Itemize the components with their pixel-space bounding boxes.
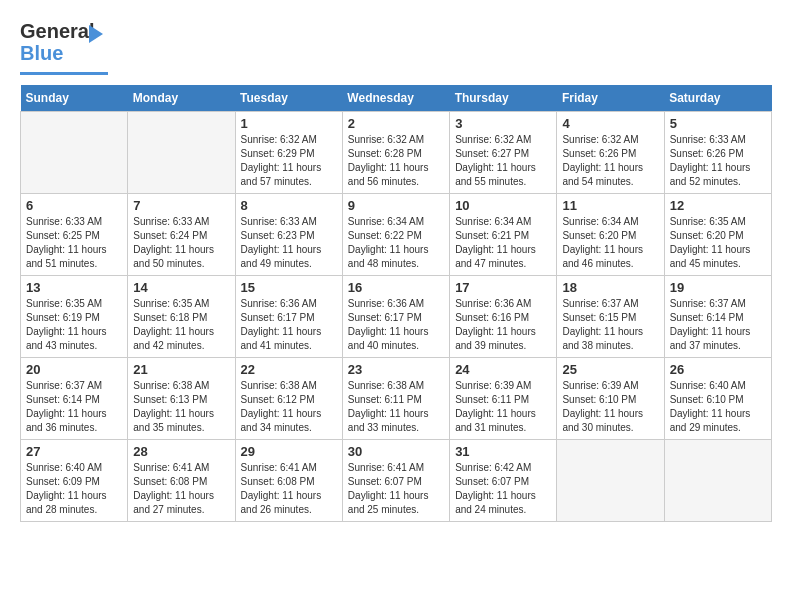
calendar-cell: 22Sunrise: 6:38 AMSunset: 6:12 PMDayligh… [235,358,342,440]
calendar-week-row: 27Sunrise: 6:40 AMSunset: 6:09 PMDayligh… [21,440,772,522]
day-detail: Sunrise: 6:32 AMSunset: 6:27 PMDaylight:… [455,133,551,189]
day-detail: Sunrise: 6:37 AMSunset: 6:14 PMDaylight:… [26,379,122,435]
day-detail: Sunrise: 6:41 AMSunset: 6:08 PMDaylight:… [133,461,229,517]
calendar-cell [664,440,771,522]
calendar-week-row: 20Sunrise: 6:37 AMSunset: 6:14 PMDayligh… [21,358,772,440]
day-detail: Sunrise: 6:36 AMSunset: 6:17 PMDaylight:… [241,297,337,353]
day-detail: Sunrise: 6:41 AMSunset: 6:08 PMDaylight:… [241,461,337,517]
day-detail: Sunrise: 6:35 AMSunset: 6:20 PMDaylight:… [670,215,766,271]
weekday-header-tuesday: Tuesday [235,85,342,112]
day-detail: Sunrise: 6:39 AMSunset: 6:10 PMDaylight:… [562,379,658,435]
day-number: 3 [455,116,551,131]
weekday-header-wednesday: Wednesday [342,85,449,112]
calendar-cell: 30Sunrise: 6:41 AMSunset: 6:07 PMDayligh… [342,440,449,522]
calendar-table: SundayMondayTuesdayWednesdayThursdayFrid… [20,85,772,522]
day-detail: Sunrise: 6:32 AMSunset: 6:29 PMDaylight:… [241,133,337,189]
day-number: 9 [348,198,444,213]
day-detail: Sunrise: 6:40 AMSunset: 6:09 PMDaylight:… [26,461,122,517]
calendar-cell: 11Sunrise: 6:34 AMSunset: 6:20 PMDayligh… [557,194,664,276]
calendar-cell: 20Sunrise: 6:37 AMSunset: 6:14 PMDayligh… [21,358,128,440]
calendar-cell: 5Sunrise: 6:33 AMSunset: 6:26 PMDaylight… [664,112,771,194]
day-number: 31 [455,444,551,459]
calendar-cell: 31Sunrise: 6:42 AMSunset: 6:07 PMDayligh… [450,440,557,522]
day-number: 14 [133,280,229,295]
weekday-header-saturday: Saturday [664,85,771,112]
calendar-cell: 7Sunrise: 6:33 AMSunset: 6:24 PMDaylight… [128,194,235,276]
day-detail: Sunrise: 6:38 AMSunset: 6:12 PMDaylight:… [241,379,337,435]
day-detail: Sunrise: 6:33 AMSunset: 6:23 PMDaylight:… [241,215,337,271]
day-detail: Sunrise: 6:34 AMSunset: 6:22 PMDaylight:… [348,215,444,271]
logo-arrow-icon [89,25,103,43]
day-number: 10 [455,198,551,213]
day-number: 27 [26,444,122,459]
logo: General Blue [20,20,110,75]
calendar-cell: 9Sunrise: 6:34 AMSunset: 6:22 PMDaylight… [342,194,449,276]
day-detail: Sunrise: 6:36 AMSunset: 6:17 PMDaylight:… [348,297,444,353]
calendar-cell [128,112,235,194]
logo-general-text: General [20,20,94,43]
day-number: 24 [455,362,551,377]
calendar-cell: 2Sunrise: 6:32 AMSunset: 6:28 PMDaylight… [342,112,449,194]
day-detail: Sunrise: 6:35 AMSunset: 6:18 PMDaylight:… [133,297,229,353]
day-number: 29 [241,444,337,459]
day-number: 8 [241,198,337,213]
day-number: 23 [348,362,444,377]
calendar-week-row: 6Sunrise: 6:33 AMSunset: 6:25 PMDaylight… [21,194,772,276]
calendar-cell: 21Sunrise: 6:38 AMSunset: 6:13 PMDayligh… [128,358,235,440]
day-number: 30 [348,444,444,459]
calendar-cell: 13Sunrise: 6:35 AMSunset: 6:19 PMDayligh… [21,276,128,358]
calendar-cell: 18Sunrise: 6:37 AMSunset: 6:15 PMDayligh… [557,276,664,358]
day-detail: Sunrise: 6:38 AMSunset: 6:11 PMDaylight:… [348,379,444,435]
day-detail: Sunrise: 6:34 AMSunset: 6:21 PMDaylight:… [455,215,551,271]
calendar-cell: 1Sunrise: 6:32 AMSunset: 6:29 PMDaylight… [235,112,342,194]
day-detail: Sunrise: 6:38 AMSunset: 6:13 PMDaylight:… [133,379,229,435]
day-number: 25 [562,362,658,377]
day-number: 13 [26,280,122,295]
day-detail: Sunrise: 6:33 AMSunset: 6:25 PMDaylight:… [26,215,122,271]
day-number: 18 [562,280,658,295]
calendar-cell: 14Sunrise: 6:35 AMSunset: 6:18 PMDayligh… [128,276,235,358]
calendar-cell: 29Sunrise: 6:41 AMSunset: 6:08 PMDayligh… [235,440,342,522]
day-number: 1 [241,116,337,131]
calendar-cell: 12Sunrise: 6:35 AMSunset: 6:20 PMDayligh… [664,194,771,276]
day-number: 28 [133,444,229,459]
calendar-cell: 15Sunrise: 6:36 AMSunset: 6:17 PMDayligh… [235,276,342,358]
calendar-cell [21,112,128,194]
day-number: 20 [26,362,122,377]
day-number: 16 [348,280,444,295]
day-detail: Sunrise: 6:36 AMSunset: 6:16 PMDaylight:… [455,297,551,353]
day-number: 22 [241,362,337,377]
weekday-header-sunday: Sunday [21,85,128,112]
calendar-body: 1Sunrise: 6:32 AMSunset: 6:29 PMDaylight… [21,112,772,522]
day-number: 5 [670,116,766,131]
day-detail: Sunrise: 6:37 AMSunset: 6:14 PMDaylight:… [670,297,766,353]
day-number: 6 [26,198,122,213]
page-header: General Blue [20,20,772,75]
day-number: 26 [670,362,766,377]
calendar-week-row: 1Sunrise: 6:32 AMSunset: 6:29 PMDaylight… [21,112,772,194]
calendar-cell: 25Sunrise: 6:39 AMSunset: 6:10 PMDayligh… [557,358,664,440]
calendar-cell: 26Sunrise: 6:40 AMSunset: 6:10 PMDayligh… [664,358,771,440]
day-detail: Sunrise: 6:32 AMSunset: 6:28 PMDaylight:… [348,133,444,189]
calendar-cell: 8Sunrise: 6:33 AMSunset: 6:23 PMDaylight… [235,194,342,276]
calendar-cell: 6Sunrise: 6:33 AMSunset: 6:25 PMDaylight… [21,194,128,276]
calendar-cell: 24Sunrise: 6:39 AMSunset: 6:11 PMDayligh… [450,358,557,440]
day-detail: Sunrise: 6:39 AMSunset: 6:11 PMDaylight:… [455,379,551,435]
calendar-cell: 28Sunrise: 6:41 AMSunset: 6:08 PMDayligh… [128,440,235,522]
day-number: 12 [670,198,766,213]
day-number: 21 [133,362,229,377]
calendar-cell: 4Sunrise: 6:32 AMSunset: 6:26 PMDaylight… [557,112,664,194]
weekday-header-friday: Friday [557,85,664,112]
day-detail: Sunrise: 6:41 AMSunset: 6:07 PMDaylight:… [348,461,444,517]
day-number: 17 [455,280,551,295]
day-detail: Sunrise: 6:40 AMSunset: 6:10 PMDaylight:… [670,379,766,435]
day-number: 15 [241,280,337,295]
day-number: 11 [562,198,658,213]
calendar-cell: 23Sunrise: 6:38 AMSunset: 6:11 PMDayligh… [342,358,449,440]
day-detail: Sunrise: 6:33 AMSunset: 6:26 PMDaylight:… [670,133,766,189]
calendar-cell: 3Sunrise: 6:32 AMSunset: 6:27 PMDaylight… [450,112,557,194]
calendar-header-row: SundayMondayTuesdayWednesdayThursdayFrid… [21,85,772,112]
weekday-header-monday: Monday [128,85,235,112]
day-number: 4 [562,116,658,131]
logo-blue-text: Blue [20,42,63,65]
